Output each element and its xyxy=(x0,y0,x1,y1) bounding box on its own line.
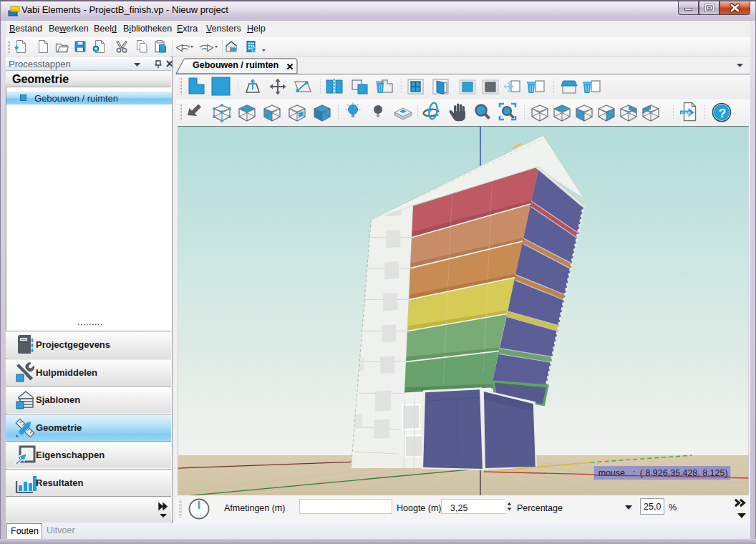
svg-text:CAD: CAD xyxy=(682,111,692,115)
svg-text:?: ? xyxy=(719,107,726,120)
